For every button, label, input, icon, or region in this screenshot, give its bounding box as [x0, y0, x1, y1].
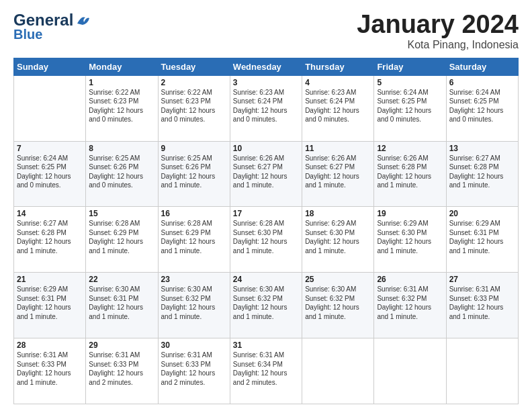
calendar-title: January 2024: [357, 11, 519, 39]
day-number: 12: [377, 144, 443, 153]
table-row: 20Sunrise: 6:29 AM Sunset: 6:31 PM Dayli…: [446, 207, 518, 273]
table-row: 19Sunrise: 6:29 AM Sunset: 6:30 PM Dayli…: [374, 207, 446, 273]
day-number: 31: [233, 340, 299, 350]
table-row: 9Sunrise: 6:25 AM Sunset: 6:26 PM Daylig…: [158, 141, 230, 207]
col-monday: Monday: [86, 58, 158, 75]
day-number: 26: [377, 275, 443, 284]
col-friday: Friday: [374, 58, 446, 75]
day-number: 19: [377, 209, 443, 218]
day-info: Sunrise: 6:22 AM Sunset: 6:23 PM Dayligh…: [161, 88, 227, 124]
day-number: 27: [449, 275, 515, 284]
calendar-table: Sunday Monday Tuesday Wednesday Thursday…: [13, 58, 519, 404]
day-number: 17: [233, 209, 299, 218]
col-sunday: Sunday: [14, 58, 86, 75]
day-info: Sunrise: 6:31 AM Sunset: 6:32 PM Dayligh…: [377, 285, 443, 321]
table-row: 27Sunrise: 6:31 AM Sunset: 6:33 PM Dayli…: [446, 273, 518, 338]
day-number: 24: [233, 275, 299, 284]
day-info: Sunrise: 6:24 AM Sunset: 6:25 PM Dayligh…: [377, 88, 443, 124]
logo-blue: Blue: [13, 27, 42, 42]
table-row: 5Sunrise: 6:24 AM Sunset: 6:25 PM Daylig…: [374, 75, 446, 141]
logo-bird-icon: [76, 14, 91, 26]
day-number: 21: [17, 275, 83, 284]
table-row: 4Sunrise: 6:23 AM Sunset: 6:24 PM Daylig…: [302, 75, 374, 141]
calendar-header-row: Sunday Monday Tuesday Wednesday Thursday…: [14, 58, 519, 75]
table-row: 13Sunrise: 6:27 AM Sunset: 6:28 PM Dayli…: [446, 141, 518, 207]
day-info: Sunrise: 6:30 AM Sunset: 6:31 PM Dayligh…: [89, 285, 154, 321]
day-number: 3: [233, 78, 299, 87]
day-number: 4: [305, 78, 371, 87]
calendar-subtitle: Kota Pinang, Indonesia: [357, 39, 519, 51]
title-block: January 2024 Kota Pinang, Indonesia: [357, 11, 519, 51]
day-number: 9: [161, 144, 227, 153]
col-saturday: Saturday: [446, 58, 518, 75]
day-info: Sunrise: 6:29 AM Sunset: 6:30 PM Dayligh…: [377, 219, 443, 255]
day-info: Sunrise: 6:26 AM Sunset: 6:28 PM Dayligh…: [377, 154, 443, 190]
day-number: 29: [89, 340, 154, 350]
day-info: Sunrise: 6:31 AM Sunset: 6:33 PM Dayligh…: [89, 351, 154, 387]
table-row: 3Sunrise: 6:23 AM Sunset: 6:24 PM Daylig…: [230, 75, 302, 141]
table-row: 2Sunrise: 6:22 AM Sunset: 6:23 PM Daylig…: [158, 75, 230, 141]
day-number: 10: [233, 144, 299, 153]
day-number: 23: [161, 275, 227, 284]
table-row: 7Sunrise: 6:24 AM Sunset: 6:25 PM Daylig…: [14, 141, 86, 207]
calendar-week-row: 28Sunrise: 6:31 AM Sunset: 6:33 PM Dayli…: [14, 338, 519, 404]
day-number: 22: [89, 275, 154, 284]
table-row: 1Sunrise: 6:22 AM Sunset: 6:23 PM Daylig…: [86, 75, 158, 141]
day-info: Sunrise: 6:22 AM Sunset: 6:23 PM Dayligh…: [89, 88, 154, 124]
day-info: Sunrise: 6:27 AM Sunset: 6:28 PM Dayligh…: [449, 154, 515, 190]
table-row: 10Sunrise: 6:26 AM Sunset: 6:27 PM Dayli…: [230, 141, 302, 207]
table-row: [14, 75, 86, 141]
day-number: 15: [89, 209, 154, 218]
table-row: [374, 338, 446, 404]
day-info: Sunrise: 6:31 AM Sunset: 6:33 PM Dayligh…: [449, 285, 515, 321]
day-number: 1: [89, 78, 154, 87]
table-row: 15Sunrise: 6:28 AM Sunset: 6:29 PM Dayli…: [86, 207, 158, 273]
day-info: Sunrise: 6:31 AM Sunset: 6:33 PM Dayligh…: [17, 351, 83, 387]
table-row: 30Sunrise: 6:31 AM Sunset: 6:33 PM Dayli…: [158, 338, 230, 404]
table-row: 11Sunrise: 6:26 AM Sunset: 6:27 PM Dayli…: [302, 141, 374, 207]
page: General Blue January 2024 Kota Pinang, I…: [0, 0, 532, 411]
day-info: Sunrise: 6:28 AM Sunset: 6:29 PM Dayligh…: [89, 219, 154, 255]
col-wednesday: Wednesday: [230, 58, 302, 75]
day-info: Sunrise: 6:31 AM Sunset: 6:33 PM Dayligh…: [161, 351, 227, 387]
calendar-week-row: 14Sunrise: 6:27 AM Sunset: 6:28 PM Dayli…: [14, 207, 519, 273]
table-row: 16Sunrise: 6:28 AM Sunset: 6:29 PM Dayli…: [158, 207, 230, 273]
day-number: 7: [17, 144, 83, 153]
table-row: 26Sunrise: 6:31 AM Sunset: 6:32 PM Dayli…: [374, 273, 446, 338]
table-row: 12Sunrise: 6:26 AM Sunset: 6:28 PM Dayli…: [374, 141, 446, 207]
table-row: 21Sunrise: 6:29 AM Sunset: 6:31 PM Dayli…: [14, 273, 86, 338]
day-number: 8: [89, 144, 154, 153]
table-row: [302, 338, 374, 404]
day-number: 18: [305, 209, 371, 218]
table-row: 31Sunrise: 6:31 AM Sunset: 6:34 PM Dayli…: [230, 338, 302, 404]
day-info: Sunrise: 6:24 AM Sunset: 6:25 PM Dayligh…: [449, 88, 515, 124]
day-info: Sunrise: 6:29 AM Sunset: 6:31 PM Dayligh…: [449, 219, 515, 255]
table-row: 23Sunrise: 6:30 AM Sunset: 6:32 PM Dayli…: [158, 273, 230, 338]
table-row: 22Sunrise: 6:30 AM Sunset: 6:31 PM Dayli…: [86, 273, 158, 338]
day-info: Sunrise: 6:30 AM Sunset: 6:32 PM Dayligh…: [161, 285, 227, 321]
day-info: Sunrise: 6:28 AM Sunset: 6:30 PM Dayligh…: [233, 219, 299, 255]
table-row: 24Sunrise: 6:30 AM Sunset: 6:32 PM Dayli…: [230, 273, 302, 338]
day-info: Sunrise: 6:25 AM Sunset: 6:26 PM Dayligh…: [89, 154, 154, 190]
day-number: 30: [161, 340, 227, 350]
table-row: 6Sunrise: 6:24 AM Sunset: 6:25 PM Daylig…: [446, 75, 518, 141]
day-number: 13: [449, 144, 515, 153]
day-info: Sunrise: 6:30 AM Sunset: 6:32 PM Dayligh…: [233, 285, 299, 321]
day-number: 6: [449, 78, 515, 87]
col-tuesday: Tuesday: [158, 58, 230, 75]
day-info: Sunrise: 6:26 AM Sunset: 6:27 PM Dayligh…: [305, 154, 371, 190]
logo: General Blue: [13, 11, 91, 42]
day-number: 25: [305, 275, 371, 284]
day-info: Sunrise: 6:30 AM Sunset: 6:32 PM Dayligh…: [305, 285, 371, 321]
day-info: Sunrise: 6:24 AM Sunset: 6:25 PM Dayligh…: [17, 154, 83, 190]
day-number: 28: [17, 340, 83, 350]
calendar-week-row: 21Sunrise: 6:29 AM Sunset: 6:31 PM Dayli…: [14, 273, 519, 338]
day-info: Sunrise: 6:31 AM Sunset: 6:34 PM Dayligh…: [233, 351, 299, 387]
day-info: Sunrise: 6:27 AM Sunset: 6:28 PM Dayligh…: [17, 219, 83, 255]
table-row: 14Sunrise: 6:27 AM Sunset: 6:28 PM Dayli…: [14, 207, 86, 273]
day-number: 11: [305, 144, 371, 153]
day-info: Sunrise: 6:23 AM Sunset: 6:24 PM Dayligh…: [233, 88, 299, 124]
table-row: [446, 338, 518, 404]
calendar-week-row: 1Sunrise: 6:22 AM Sunset: 6:23 PM Daylig…: [14, 75, 519, 141]
day-number: 14: [17, 209, 83, 218]
